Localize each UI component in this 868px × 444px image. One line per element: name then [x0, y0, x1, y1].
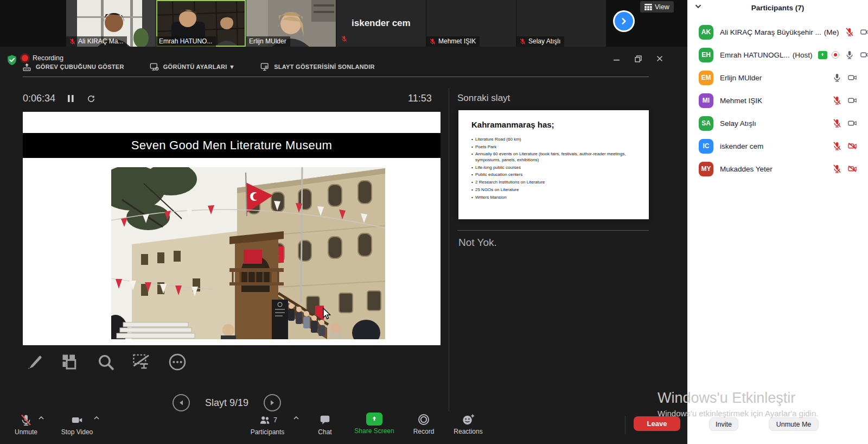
audio-options-chevron-icon[interactable]	[38, 416, 44, 420]
participant-video-name: Mehmet IŞIK	[438, 37, 476, 45]
pen-tool-button[interactable]	[24, 352, 44, 372]
participant-name: Selay Atışlı	[720, 119, 756, 128]
video-tile-ali[interactable]: Ali KIRAÇ Ma...	[66, 0, 156, 47]
invite-button[interactable]: Invite	[709, 417, 738, 431]
end-slideshow-icon	[260, 62, 270, 72]
video-tile-selay[interactable]: Selay Atışlı	[516, 0, 606, 47]
mic-muted-icon	[429, 38, 436, 45]
participants-options-chevron-icon[interactable]	[293, 416, 299, 420]
mic-muted-icon	[519, 38, 526, 45]
participant-recording-icon	[832, 51, 839, 59]
pause-timer-icon[interactable]	[67, 94, 74, 103]
participant-video-name: iskender cem	[336, 0, 426, 47]
unmute-me-button[interactable]: Unmute Me	[769, 417, 819, 431]
avatar: EM	[699, 71, 713, 85]
reactions-button[interactable]: Reactions	[448, 413, 488, 435]
video-tile-emrah[interactable]: Emrah HATUNO...	[156, 0, 246, 47]
mic-muted-icon	[832, 141, 842, 151]
all-slides-button[interactable]	[60, 352, 80, 372]
video-options-chevron-icon[interactable]	[93, 416, 100, 420]
video-tile-erlijn[interactable]: Erlijn MUlder	[246, 0, 336, 47]
notes-divider	[457, 230, 649, 231]
mouse-cursor	[320, 307, 332, 320]
participant-row-iskender[interactable]: IC iskender cem	[687, 135, 868, 157]
show-taskbar-button[interactable]: GÖREV ÇUBUĞUNU GÖSTER	[22, 62, 124, 72]
zoom-meeting-window: Ali KIRAÇ Ma... Emrah HATUNO.	[0, 0, 868, 444]
show-taskbar-label: GÖREV ÇUBUĞUNU GÖSTER	[36, 64, 124, 70]
toolbar-divider	[23, 77, 649, 77]
bullet-item: Poets Park	[471, 144, 638, 150]
end-slideshow-label: SLAYT GÖSTERİSİNİ SONLANDIR	[274, 64, 375, 70]
mic-on-icon	[832, 73, 842, 83]
participants-button[interactable]: 7 Participants	[243, 414, 292, 436]
next-videos-button[interactable]	[615, 12, 633, 30]
avatar: MY	[699, 162, 713, 176]
previous-slide-button[interactable]	[173, 394, 190, 411]
participant-row-erlijn[interactable]: EM Erlijn MUlder	[687, 66, 868, 89]
slide-navigation: Slayt 9/19	[173, 394, 281, 411]
avatar: SA	[699, 116, 713, 131]
participant-name: Ali KIRAÇ Maraş Büyükşehir ...	[720, 28, 821, 36]
display-settings-icon	[149, 62, 159, 72]
magnifier-icon	[97, 353, 115, 371]
next-slide-thumbnail: Kahramanmaraş has; Literature Road (60 k…	[458, 110, 649, 219]
window-controls	[612, 54, 664, 63]
meeting-controls-bar: Unmute Stop Video	[0, 411, 687, 444]
participant-row-ali[interactable]: AK Ali KIRAÇ Maraş Büyükşehir ... (Me)	[687, 21, 868, 43]
leave-button[interactable]: Leave	[634, 416, 680, 431]
next-slide-header: Sonraki slayt	[457, 93, 510, 104]
slide-title: Seven Good Men Literature Museum	[23, 133, 441, 158]
pen-icon	[25, 353, 43, 371]
end-slideshow-button[interactable]: SLAYT GÖSTERİSİNİ SONLANDIR	[260, 62, 375, 72]
participants-icon	[258, 414, 272, 426]
video-settings-button[interactable]: GÖRÜNTÜ AYARLARI ▼	[149, 62, 235, 72]
bullet-item: Life-long public courses	[471, 165, 638, 171]
mic-on-icon	[845, 50, 854, 60]
mic-muted-icon	[832, 164, 842, 174]
video-tile-iskender[interactable]: iskender cem	[336, 0, 426, 47]
next-slide-button[interactable]	[264, 394, 281, 411]
chevron-right-icon	[620, 17, 628, 25]
more-tools-button[interactable]	[167, 352, 188, 372]
record-button[interactable]: Record	[406, 413, 442, 435]
zoom-tool-button[interactable]	[95, 352, 116, 372]
video-strip: Ali KIRAÇ Ma... Emrah HATUNO.	[0, 0, 687, 47]
controls-divider	[625, 416, 626, 434]
camera-off-icon	[847, 141, 857, 151]
clock: 11:53	[408, 93, 432, 104]
restore-button[interactable]	[634, 54, 642, 63]
share-screen-button[interactable]: Share Screen	[347, 413, 401, 435]
restore-icon	[635, 55, 642, 62]
bullet-item: 25 NGOs on Literature	[471, 187, 638, 193]
video-tile-mehmet[interactable]: Mehmet IŞIK	[426, 0, 516, 47]
bullet-item: Public education centers	[471, 172, 638, 178]
close-button[interactable]	[655, 54, 664, 63]
mic-muted-icon	[845, 27, 854, 37]
participant-video-name: Ali KIRAÇ Ma...	[78, 37, 123, 45]
participant-row-mukaddes[interactable]: MY Mukaddes Yeter	[687, 157, 868, 180]
chat-button[interactable]: Chat	[308, 414, 342, 436]
chat-bubble-icon	[318, 414, 331, 426]
record-label: Record	[413, 428, 435, 435]
participant-row-mehmet[interactable]: MI Mehmet IŞIK	[687, 89, 868, 112]
avatar: AK	[699, 25, 713, 40]
record-icon	[417, 413, 430, 426]
minimize-button[interactable]	[612, 54, 621, 63]
laser-pointer-button[interactable]	[131, 352, 152, 372]
restart-timer-icon[interactable]	[86, 94, 96, 104]
mic-muted-icon	[341, 35, 348, 42]
pointer-display-icon	[131, 352, 152, 372]
participant-row-selay[interactable]: SA Selay Atışlı	[687, 112, 868, 135]
view-button[interactable]: View	[640, 1, 674, 12]
minimize-icon	[613, 55, 620, 62]
video-tile-name-badge: Mehmet IŞIK	[426, 36, 480, 47]
camera-on-icon	[860, 50, 868, 60]
next-slide-bullets: Literature Road (60 km) Poets Park Annua…	[471, 137, 638, 200]
video-tile-name-badge: Ali KIRAÇ Ma...	[66, 36, 127, 47]
reactions-smiley-icon	[462, 413, 475, 426]
participant-row-emrah[interactable]: EH Emrah HATUNOGL... (Host)	[687, 43, 868, 66]
camera-off-icon	[847, 164, 857, 174]
unmute-label: Unmute	[15, 428, 37, 436]
invite-label: Invite	[716, 421, 732, 428]
grid-view-icon	[644, 4, 652, 10]
